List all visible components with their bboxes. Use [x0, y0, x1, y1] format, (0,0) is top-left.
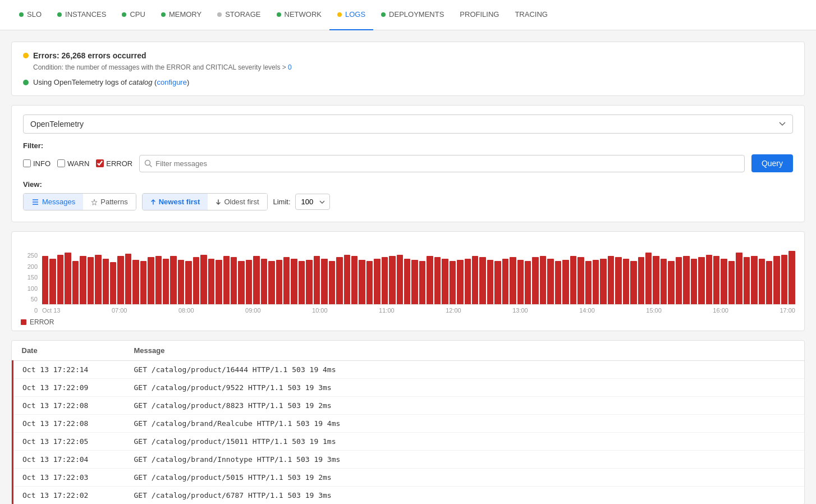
chart-bar [766, 261, 772, 304]
profiling-nav-label: PROFILING [460, 10, 499, 19]
chart-bar [110, 262, 116, 304]
nav-item-profiling[interactable]: PROFILING [452, 0, 507, 30]
log-date-cell: Oct 13 17:22:14 [13, 361, 125, 379]
messages-view-button[interactable]: Messages [24, 194, 83, 210]
chart-bar [728, 261, 735, 304]
list-icon [31, 199, 39, 205]
chart-bar [676, 257, 682, 304]
otel-service: catalog [129, 78, 153, 86]
chart-bar [789, 251, 795, 304]
chart-bar [321, 259, 327, 304]
nav-item-cpu[interactable]: CPU [114, 0, 153, 30]
log-date-cell: Oct 13 17:22:03 [13, 469, 125, 487]
filter-row: INFO WARN ERROR Query [23, 154, 793, 172]
nav-item-logs[interactable]: LOGS [329, 0, 373, 30]
x-label-1600: 16:00 [713, 307, 728, 314]
newest-first-label: Newest first [159, 198, 200, 206]
log-date-cell: Oct 13 17:22:04 [13, 451, 125, 469]
up-arrow-icon [150, 199, 156, 205]
nav-item-tracing[interactable]: TRACING [507, 0, 556, 30]
otel-line: Using OpenTelemetry logs of catalog (con… [23, 78, 793, 86]
chart-bar [570, 256, 576, 304]
sort-button-group: Newest first Oldest first [142, 193, 268, 210]
x-label-oct13: Oct 13 [42, 307, 60, 314]
tracing-nav-label: TRACING [515, 10, 548, 19]
table-row[interactable]: Oct 13 17:22:05GET /catalog/product/1501… [13, 433, 805, 451]
newest-first-button[interactable]: Newest first [143, 194, 208, 210]
chart-bar [706, 255, 712, 304]
patterns-view-button[interactable]: Patterns [83, 194, 135, 210]
nav-item-storage[interactable]: STORAGE [209, 0, 268, 30]
chart-bar [434, 257, 441, 304]
chart-bar [577, 257, 584, 304]
y-label-250: 250 [21, 252, 38, 259]
chart-bar [291, 259, 297, 304]
chart-legend: ERROR [21, 318, 795, 326]
nav-item-slo[interactable]: SLO [11, 0, 49, 30]
memory-nav-label: MEMORY [169, 10, 201, 19]
nav-item-instances[interactable]: INSTANCES [49, 0, 114, 30]
chart-bar [472, 256, 478, 304]
view-button-group: Messages Patterns [23, 193, 136, 210]
instances-nav-label: INSTANCES [65, 10, 106, 19]
log-table: Date Message Oct 13 17:22:14GET /catalog… [12, 341, 804, 504]
chart-bar [72, 261, 79, 304]
limit-label: Limit: [273, 198, 291, 206]
green-dot-icon [23, 80, 29, 85]
log-table-body: Oct 13 17:22:14GET /catalog/product/1644… [13, 361, 805, 505]
nav-item-network[interactable]: NETWORK [269, 0, 329, 30]
chart-bar [299, 261, 305, 304]
nav-item-deployments[interactable]: DEPLOYMENTS [373, 0, 452, 30]
limit-select[interactable]: 10 25 50 100 250 500 [295, 194, 330, 210]
table-row[interactable]: Oct 13 17:22:04GET /catalog/brand/Innoty… [13, 451, 805, 469]
deployments-nav-label: DEPLOYMENTS [389, 10, 444, 19]
chart-bar [457, 260, 463, 304]
table-row[interactable]: Oct 13 17:22:09GET /catalog/product/9522… [13, 379, 805, 397]
error-checkbox[interactable] [96, 159, 104, 167]
checkbox-warn[interactable]: WARN [57, 159, 89, 168]
table-row[interactable]: Oct 13 17:22:02GET /catalog/product/6787… [13, 487, 805, 505]
condition-link[interactable]: 0 [288, 63, 292, 71]
error-label: ERROR [106, 159, 132, 168]
warn-label: WARN [67, 159, 89, 168]
filter-label: Filter: [23, 141, 793, 150]
controls-box: OpenTelemetry Filter: INFO WARN ERROR [11, 105, 805, 222]
chart-bar [487, 260, 493, 304]
table-row[interactable]: Oct 13 17:22:08GET /catalog/product/8823… [13, 397, 805, 415]
chart-bar [329, 261, 335, 304]
alert-box: Errors: 26,268 errors occurred Condition… [11, 42, 805, 96]
table-row[interactable]: Oct 13 17:22:03GET /catalog/product/5015… [13, 469, 805, 487]
query-button[interactable]: Query [751, 154, 793, 172]
x-label-0800: 08:00 [178, 307, 194, 314]
table-row[interactable]: Oct 13 17:22:08GET /catalog/brand/Realcu… [13, 415, 805, 433]
chart-bar [95, 255, 101, 304]
warn-checkbox[interactable] [57, 159, 65, 167]
chart-bar [125, 254, 131, 304]
chart-bar [246, 260, 252, 304]
chart-bar [615, 257, 621, 304]
nav-item-memory[interactable]: MEMORY [153, 0, 209, 30]
chart-bar [193, 257, 199, 304]
log-source-dropdown[interactable]: OpenTelemetry [23, 114, 793, 134]
chart-bars-wrap: Oct 13 07:00 08:00 09:00 10:00 11:00 12:… [42, 243, 795, 314]
chart-bar [253, 256, 259, 304]
x-label-0900: 09:00 [245, 307, 261, 314]
oldest-first-button[interactable]: Oldest first [208, 194, 267, 210]
chart-bar [216, 260, 222, 304]
info-checkbox[interactable] [23, 159, 31, 167]
table-row[interactable]: Oct 13 17:22:14GET /catalog/product/1644… [13, 361, 805, 379]
log-section: Date Message Oct 13 17:22:14GET /catalog… [11, 340, 805, 504]
chart-bar [140, 261, 146, 304]
filter-messages-input[interactable] [155, 155, 740, 172]
patterns-label: Patterns [100, 198, 127, 206]
chart-bar [231, 257, 237, 304]
messages-label: Messages [42, 198, 75, 206]
configure-link[interactable]: configure [157, 78, 186, 86]
chart-section: 250 200 150 100 50 0 Oct 13 07:00 08:00 … [11, 231, 805, 331]
chart-bar [88, 257, 94, 304]
log-date-cell: Oct 13 17:22:09 [13, 379, 125, 397]
checkbox-info[interactable]: INFO [23, 159, 51, 168]
chart-bar [306, 260, 312, 304]
chart-bar [532, 257, 538, 304]
checkbox-error[interactable]: ERROR [96, 159, 132, 168]
